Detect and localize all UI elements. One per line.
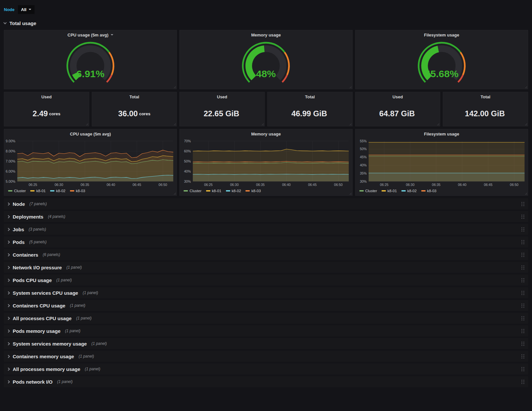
panel-title-menu[interactable]: Total xyxy=(92,92,177,101)
dashboard-row[interactable]: Containers (6 panels) xyxy=(4,249,528,260)
legend-label: Cluster xyxy=(365,189,377,193)
panel-title-menu[interactable]: Used xyxy=(180,92,264,101)
panel-title-menu[interactable]: Memory usage xyxy=(180,129,352,138)
panel-title-menu[interactable]: CPU usage (5m avg) xyxy=(4,129,176,138)
drag-handle-icon[interactable] xyxy=(521,214,525,219)
panel-title-menu[interactable]: Used xyxy=(356,92,440,101)
row-title: Network I/O pressure xyxy=(13,265,62,270)
drag-handle-icon[interactable] xyxy=(521,316,525,321)
dashboard-row[interactable]: Pods network I/O (1 panel) xyxy=(4,376,528,387)
svg-text:7.00%: 7.00% xyxy=(6,159,15,163)
panel-title-menu[interactable]: Filesystem usage xyxy=(356,129,528,138)
panel-title-menu[interactable]: Total xyxy=(443,92,528,101)
legend-item[interactable]: k8-01 xyxy=(30,189,46,193)
row-title: Jobs xyxy=(13,227,24,232)
panel-used-filesystem: Used 64.87 GiB xyxy=(355,92,441,126)
stat-unit: cores xyxy=(49,111,61,116)
panel-memory-gauge: Memory usage 48% xyxy=(179,30,352,89)
row-title: Containers memory usage xyxy=(13,354,74,359)
dashboard-row[interactable]: System services memory usage (1 panel) xyxy=(4,338,528,349)
stat-value: 64.87 GiB xyxy=(379,109,415,118)
legend-item[interactable]: Cluster xyxy=(184,189,201,193)
legend-item[interactable]: k8-03 xyxy=(245,189,261,193)
stat-body: 36.00 cores xyxy=(92,101,177,126)
stat-body: 64.87 GiB xyxy=(356,101,440,126)
drag-handle-icon[interactable] xyxy=(521,341,525,346)
drag-handle-icon[interactable] xyxy=(521,354,525,359)
legend-color-icon xyxy=(50,190,54,191)
legend-item[interactable]: k8-02 xyxy=(401,189,417,193)
chevron-right-icon xyxy=(7,291,10,294)
legend-color-icon xyxy=(70,190,74,191)
caret-down-icon xyxy=(29,9,31,10)
dashboard-row[interactable]: All processes CPU usage (1 panel) xyxy=(4,313,528,324)
legend-color-icon xyxy=(184,190,188,191)
dashboard-row[interactable]: System services CPU usage (1 panel) xyxy=(4,287,528,298)
panel-title-text: Total xyxy=(481,94,490,99)
cpu-usage-chart[interactable]: 9.00%8.00%7.00%6.00%5.00%06:2506:3006:35… xyxy=(4,138,176,188)
drag-handle-icon[interactable] xyxy=(521,379,525,384)
svg-text:06:30: 06:30 xyxy=(406,183,414,187)
legend-label: k8-01 xyxy=(36,189,46,193)
panel-title-text: CPU usage (5m avg) xyxy=(70,132,111,136)
legend-item[interactable]: k8-01 xyxy=(206,189,221,193)
legend-item[interactable]: k8-01 xyxy=(382,189,397,193)
dashboard-row[interactable]: Pods (5 panels) xyxy=(4,236,528,248)
drag-handle-icon[interactable] xyxy=(521,239,525,245)
panel-title-menu[interactable]: Memory usage xyxy=(180,30,352,39)
filesystem-usage-chart[interactable]: 55%50%45%40%35%30%06:2506:3006:3506:4006… xyxy=(356,138,528,188)
caret-down-icon xyxy=(111,34,113,35)
legend-item[interactable]: k8-03 xyxy=(70,189,85,193)
drag-handle-icon[interactable] xyxy=(521,303,525,308)
panel-cpu-gauge: CPU usage (5m avg) 6.91% xyxy=(4,30,177,89)
dashboard-row[interactable]: All processes memory usage (1 panel) xyxy=(4,363,528,375)
filesystem-gauge: 45.68% xyxy=(356,39,528,89)
legend-item[interactable]: k8-03 xyxy=(421,189,437,193)
svg-text:55%: 55% xyxy=(360,139,367,143)
memory-gauge: 48% xyxy=(180,39,352,89)
legend-color-icon xyxy=(382,190,386,191)
stat-unit: cores xyxy=(139,111,150,116)
drag-handle-icon[interactable] xyxy=(521,366,525,372)
drag-handle-icon[interactable] xyxy=(521,277,525,283)
row-title: System services memory usage xyxy=(13,341,87,347)
panel-title-menu[interactable]: Filesystem usage xyxy=(356,30,528,39)
dashboard-row[interactable]: Containers memory usage (1 panel) xyxy=(4,351,528,362)
drag-handle-icon[interactable] xyxy=(521,328,525,333)
dashboard-row[interactable]: Deployments (4 panels) xyxy=(4,211,528,222)
stat-value: 142.00 GiB xyxy=(465,109,505,118)
row-title: Deployments xyxy=(13,214,43,220)
legend-item[interactable]: k8-02 xyxy=(226,189,241,193)
chevron-right-icon xyxy=(7,304,10,307)
legend-item[interactable]: k8-02 xyxy=(50,189,65,193)
dashboard-row[interactable]: Pods memory usage (1 panel) xyxy=(4,325,528,336)
dashboard-row[interactable]: Jobs (3 panels) xyxy=(4,224,528,235)
svg-text:48%: 48% xyxy=(256,68,276,79)
panel-title-menu[interactable]: Used xyxy=(4,92,89,101)
legend-item[interactable]: Cluster xyxy=(8,189,26,193)
svg-text:60%: 60% xyxy=(184,149,191,153)
dashboard-row[interactable]: Node (7 panels) xyxy=(4,198,528,209)
node-variable-dropdown[interactable]: All xyxy=(18,5,35,14)
dashboard-row[interactable]: Network I/O pressure (1 panel) xyxy=(4,262,528,273)
drag-handle-icon[interactable] xyxy=(521,252,525,257)
panel-title-menu[interactable]: CPU usage (5m avg) xyxy=(4,30,176,39)
row-panel-count: (1 panel) xyxy=(56,278,72,282)
legend-label: Cluster xyxy=(14,189,26,193)
drag-handle-icon[interactable] xyxy=(521,201,525,206)
drag-handle-icon[interactable] xyxy=(521,290,525,295)
svg-text:45%: 45% xyxy=(360,155,367,159)
svg-text:50%: 50% xyxy=(360,147,367,151)
memory-usage-chart[interactable]: 70%60%50%40%30%06:2506:3006:3506:4006:45… xyxy=(180,138,352,188)
drag-handle-icon[interactable] xyxy=(521,227,525,232)
chevron-right-icon xyxy=(7,278,10,282)
drag-handle-icon[interactable] xyxy=(521,265,525,270)
chart-legend: Clusterk8-01k8-02k8-03 xyxy=(180,188,352,195)
legend-item[interactable]: Cluster xyxy=(359,189,377,193)
row-total-usage[interactable]: Total usage xyxy=(4,18,528,28)
panel-title-menu[interactable]: Total xyxy=(268,92,352,101)
dashboard-row[interactable]: Containers CPU usage (1 panel) xyxy=(4,300,528,311)
row-panel-count: (1 panel) xyxy=(65,329,80,333)
dashboard-row[interactable]: Pods CPU usage (1 panel) xyxy=(4,275,528,286)
panel-title-text: Total xyxy=(305,94,315,99)
